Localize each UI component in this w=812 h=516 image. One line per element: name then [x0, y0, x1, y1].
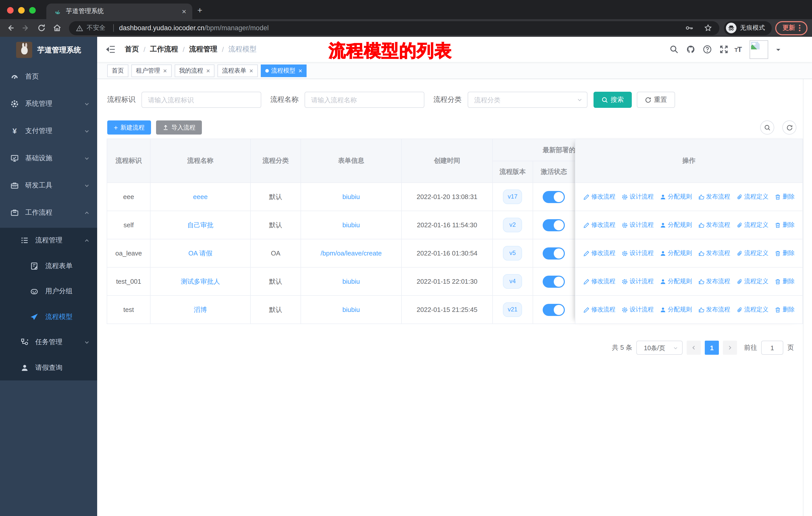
window-close-button[interactable] [7, 7, 13, 13]
import-process-button[interactable]: 导入流程 [156, 120, 202, 135]
version-tag[interactable]: v17 [503, 189, 522, 204]
page-size-select[interactable]: 10条/页 [636, 341, 683, 355]
show-search-button[interactable] [760, 120, 774, 135]
delete-link[interactable]: 删除 [775, 277, 794, 286]
search-button[interactable]: 搜索 [593, 92, 632, 108]
process-key-input[interactable] [141, 92, 261, 108]
publish-process-link[interactable]: 发布流程 [698, 221, 730, 229]
close-icon[interactable]: × [163, 67, 167, 74]
assign-rule-link[interactable]: 分配规则 [660, 221, 692, 229]
sidebar-item-leave-query[interactable]: 请假查询 [0, 355, 97, 380]
sidebar-item-user-group[interactable]: 用户分组 [0, 279, 97, 304]
search-icon[interactable] [670, 45, 678, 54]
breadcrumb-process-mgmt[interactable]: 流程管理 [189, 45, 218, 54]
prev-page-button[interactable] [687, 341, 701, 355]
active-toggle[interactable] [543, 304, 565, 316]
publish-process-link[interactable]: 发布流程 [698, 277, 730, 286]
tag-tenant[interactable]: 租户管理× [132, 64, 171, 77]
sidebar-item-infra[interactable]: 基础设施 [0, 145, 97, 172]
tag-process-model[interactable]: 流程模型× [261, 64, 307, 77]
active-toggle[interactable] [543, 191, 565, 203]
category-select[interactable]: 流程分类 [468, 92, 587, 108]
model-name-link[interactable]: 测试多审批人 [181, 277, 220, 286]
sidebar-item-process-model[interactable]: 流程模型 [0, 304, 97, 330]
browser-menu-icon[interactable] [799, 24, 800, 32]
edit-process-link[interactable]: 修改流程 [583, 221, 615, 229]
close-icon[interactable]: × [249, 67, 253, 74]
design-process-link[interactable]: 设计流程 [621, 277, 654, 286]
bookmark-star-icon[interactable] [704, 24, 712, 32]
process-definition-link[interactable]: 流程定义 [736, 277, 768, 286]
avatar-caret-icon[interactable] [776, 49, 780, 53]
avatar[interactable] [750, 40, 768, 59]
window-minimize-button[interactable] [18, 7, 25, 13]
sidebar-item-system[interactable]: 系统管理 [0, 90, 97, 117]
form-info-link[interactable]: /bpm/oa/leave/create [321, 249, 382, 257]
model-name-link[interactable]: OA 请假 [188, 249, 212, 258]
assign-rule-link[interactable]: 分配规则 [660, 192, 692, 201]
edit-process-link[interactable]: 修改流程 [583, 249, 615, 257]
delete-link[interactable]: 删除 [775, 305, 794, 314]
browser-tab[interactable]: 芋道管理系统 × [46, 3, 192, 19]
breadcrumb-home[interactable]: 首页 [125, 45, 139, 54]
browser-update-button[interactable]: 更新 [775, 21, 808, 35]
version-tag[interactable]: v2 [503, 218, 522, 232]
sidebar-item-home[interactable]: 首页 [0, 63, 97, 90]
model-name-link[interactable]: 滔博 [194, 305, 207, 314]
version-tag[interactable]: v4 [503, 274, 522, 289]
sidebar-item-workflow[interactable]: 工作流程 [0, 199, 97, 226]
delete-link[interactable]: 删除 [775, 221, 794, 229]
tab-close-icon[interactable]: × [182, 7, 186, 15]
edit-process-link[interactable]: 修改流程 [583, 305, 615, 314]
design-process-link[interactable]: 设计流程 [621, 305, 654, 314]
process-definition-link[interactable]: 流程定义 [736, 305, 768, 314]
font-size-icon[interactable]: TT [734, 45, 750, 54]
next-page-button[interactable] [723, 341, 737, 355]
tag-process-form[interactable]: 流程表单× [218, 64, 258, 77]
password-key-icon[interactable] [685, 24, 694, 32]
model-name-link[interactable]: 自己审批 [187, 220, 213, 229]
new-tab-button[interactable]: + [197, 5, 202, 16]
refresh-table-button[interactable] [782, 120, 796, 135]
version-tag[interactable]: v21 [503, 302, 522, 317]
model-name-link[interactable]: eeee [193, 193, 208, 200]
publish-process-link[interactable]: 发布流程 [698, 249, 730, 257]
home-icon[interactable] [52, 23, 62, 33]
sidebar-item-devtools[interactable]: 研发工具 [0, 172, 97, 199]
sidebar-item-process-form[interactable]: 流程表单 [0, 253, 97, 279]
design-process-link[interactable]: 设计流程 [621, 249, 654, 257]
reset-button[interactable]: 重置 [637, 92, 675, 108]
publish-process-link[interactable]: 发布流程 [698, 305, 730, 314]
sidebar-item-process-mgmt[interactable]: 流程管理 [0, 228, 97, 253]
process-definition-link[interactable]: 流程定义 [736, 249, 768, 257]
back-icon[interactable] [5, 23, 15, 33]
version-tag[interactable]: v5 [503, 246, 522, 261]
delete-link[interactable]: 删除 [775, 192, 794, 201]
edit-process-link[interactable]: 修改流程 [583, 192, 615, 201]
design-process-link[interactable]: 设计流程 [621, 192, 654, 201]
breadcrumb-workflow[interactable]: 工作流程 [150, 45, 178, 54]
design-process-link[interactable]: 设计流程 [621, 221, 654, 229]
goto-page-input[interactable] [761, 341, 783, 355]
assign-rule-link[interactable]: 分配规则 [660, 277, 692, 286]
create-process-button[interactable]: + 新建流程 [107, 120, 151, 135]
active-toggle[interactable] [543, 247, 565, 259]
forward-icon[interactable] [21, 23, 31, 33]
sidebar-item-task-mgmt[interactable]: 任务管理 [0, 330, 97, 355]
active-toggle[interactable] [543, 275, 565, 288]
github-icon[interactable] [686, 45, 695, 54]
fullscreen-icon[interactable] [719, 45, 728, 54]
sidebar-item-payment[interactable]: ¥ 支付管理 [0, 117, 97, 145]
reload-icon[interactable] [37, 23, 46, 33]
process-definition-link[interactable]: 流程定义 [736, 192, 768, 201]
form-info-link[interactable]: biubiu [342, 221, 360, 229]
sidebar-collapse-icon[interactable] [106, 44, 116, 54]
form-info-link[interactable]: biubiu [342, 193, 360, 200]
assign-rule-link[interactable]: 分配规则 [660, 305, 692, 314]
process-definition-link[interactable]: 流程定义 [736, 221, 768, 229]
help-icon[interactable] [703, 45, 712, 54]
assign-rule-link[interactable]: 分配规则 [660, 249, 692, 257]
current-page-button[interactable]: 1 [705, 341, 719, 355]
delete-link[interactable]: 删除 [775, 249, 794, 257]
close-icon[interactable]: × [298, 67, 302, 74]
